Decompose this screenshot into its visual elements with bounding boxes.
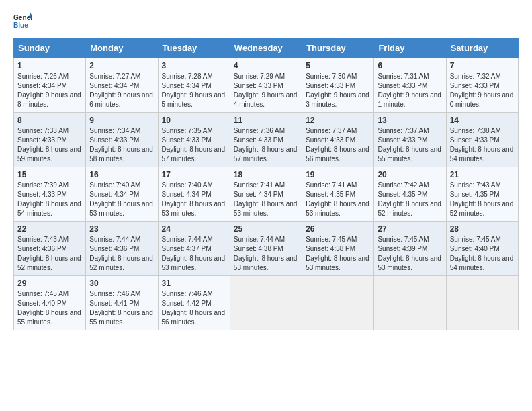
day-info: Sunrise: 7:32 AMSunset: 4:33 PMDaylight:…: [450, 73, 514, 108]
day-number: 6: [378, 61, 442, 71]
day-number: 12: [306, 116, 370, 125]
day-cell: [374, 276, 446, 330]
day-info: Sunrise: 7:30 AMSunset: 4:33 PMDaylight:…: [306, 73, 369, 108]
day-number: 10: [162, 116, 226, 125]
day-info: Sunrise: 7:45 AMSunset: 4:40 PMDaylight:…: [17, 290, 81, 326]
day-info: Sunrise: 7:44 AMSunset: 4:37 PMDaylight:…: [162, 236, 226, 271]
day-cell: 31 Sunrise: 7:46 AMSunset: 4:42 PMDaylig…: [158, 276, 230, 330]
day-cell: 29 Sunrise: 7:45 AMSunset: 4:40 PMDaylig…: [14, 276, 86, 330]
day-info: Sunrise: 7:42 AMSunset: 4:35 PMDaylight:…: [378, 181, 441, 217]
day-cell: 28 Sunrise: 7:45 AMSunset: 4:40 PMDaylig…: [446, 222, 518, 276]
day-info: Sunrise: 7:40 AMSunset: 4:34 PMDaylight:…: [89, 181, 153, 217]
day-info: Sunrise: 7:28 AMSunset: 4:34 PMDaylight:…: [162, 73, 226, 108]
week-row-5: 29 Sunrise: 7:45 AMSunset: 4:40 PMDaylig…: [14, 276, 519, 330]
day-number: 29: [17, 279, 82, 288]
day-info: Sunrise: 7:35 AMSunset: 4:33 PMDaylight:…: [162, 127, 226, 163]
day-number: 2: [89, 61, 154, 71]
day-cell: 12 Sunrise: 7:37 AMSunset: 4:33 PMDaylig…: [302, 113, 374, 167]
day-info: Sunrise: 7:43 AMSunset: 4:36 PMDaylight:…: [17, 236, 81, 271]
column-header-sunday: Sunday: [14, 38, 86, 58]
day-cell: 2 Sunrise: 7:27 AMSunset: 4:34 PMDayligh…: [86, 58, 158, 113]
column-header-tuesday: Tuesday: [158, 38, 230, 58]
day-number: 8: [17, 116, 82, 125]
day-cell: 6 Sunrise: 7:31 AMSunset: 4:33 PMDayligh…: [374, 58, 446, 113]
day-cell: 13 Sunrise: 7:37 AMSunset: 4:33 PMDaylig…: [374, 113, 446, 167]
day-cell: 26 Sunrise: 7:45 AMSunset: 4:38 PMDaylig…: [302, 222, 374, 276]
day-cell: 8 Sunrise: 7:33 AMSunset: 4:33 PMDayligh…: [14, 113, 86, 167]
day-info: Sunrise: 7:45 AMSunset: 4:38 PMDaylight:…: [306, 236, 369, 271]
header: General Blue: [13, 12, 519, 31]
day-number: 27: [378, 224, 442, 234]
day-cell: 15 Sunrise: 7:39 AMSunset: 4:33 PMDaylig…: [14, 167, 86, 222]
day-cell: 16 Sunrise: 7:40 AMSunset: 4:34 PMDaylig…: [86, 167, 158, 222]
day-info: Sunrise: 7:46 AMSunset: 4:42 PMDaylight:…: [162, 290, 226, 326]
day-info: Sunrise: 7:41 AMSunset: 4:34 PMDaylight:…: [234, 181, 298, 217]
day-cell: 14 Sunrise: 7:38 AMSunset: 4:33 PMDaylig…: [446, 113, 518, 167]
day-cell: 10 Sunrise: 7:35 AMSunset: 4:33 PMDaylig…: [158, 113, 230, 167]
week-row-1: 1 Sunrise: 7:26 AMSunset: 4:34 PMDayligh…: [14, 58, 519, 113]
day-info: Sunrise: 7:45 AMSunset: 4:39 PMDaylight:…: [378, 236, 441, 271]
day-cell: 25 Sunrise: 7:44 AMSunset: 4:38 PMDaylig…: [230, 222, 302, 276]
day-number: 14: [450, 116, 515, 125]
column-header-wednesday: Wednesday: [230, 38, 302, 58]
day-info: Sunrise: 7:45 AMSunset: 4:40 PMDaylight:…: [450, 236, 514, 271]
column-headers: SundayMondayTuesdayWednesdayThursdayFrid…: [14, 38, 519, 58]
week-row-3: 15 Sunrise: 7:39 AMSunset: 4:33 PMDaylig…: [14, 167, 519, 222]
day-number: 4: [234, 61, 298, 71]
day-info: Sunrise: 7:33 AMSunset: 4:33 PMDaylight:…: [17, 127, 81, 163]
day-number: 31: [162, 279, 226, 288]
day-info: Sunrise: 7:46 AMSunset: 4:41 PMDaylight:…: [89, 290, 153, 326]
day-cell: 22 Sunrise: 7:43 AMSunset: 4:36 PMDaylig…: [14, 222, 86, 276]
day-number: 11: [234, 116, 298, 125]
day-cell: 9 Sunrise: 7:34 AMSunset: 4:33 PMDayligh…: [86, 113, 158, 167]
day-info: Sunrise: 7:41 AMSunset: 4:35 PMDaylight:…: [306, 181, 369, 217]
day-info: Sunrise: 7:31 AMSunset: 4:33 PMDaylight:…: [378, 73, 441, 108]
column-header-saturday: Saturday: [446, 38, 518, 58]
day-number: 5: [306, 61, 370, 71]
logo: General Blue: [13, 12, 35, 31]
day-info: Sunrise: 7:38 AMSunset: 4:33 PMDaylight:…: [450, 127, 514, 163]
column-header-monday: Monday: [86, 38, 158, 58]
column-header-thursday: Thursday: [302, 38, 374, 58]
day-number: 9: [89, 116, 154, 125]
day-cell: 11 Sunrise: 7:36 AMSunset: 4:33 PMDaylig…: [230, 113, 302, 167]
day-cell: [302, 276, 374, 330]
day-number: 17: [162, 170, 226, 179]
day-info: Sunrise: 7:26 AMSunset: 4:34 PMDaylight:…: [17, 73, 81, 108]
day-number: 28: [450, 224, 515, 234]
day-number: 25: [234, 224, 298, 234]
day-cell: 18 Sunrise: 7:41 AMSunset: 4:34 PMDaylig…: [230, 167, 302, 222]
day-number: 20: [378, 170, 442, 179]
day-info: Sunrise: 7:44 AMSunset: 4:38 PMDaylight:…: [234, 236, 298, 271]
day-cell: 21 Sunrise: 7:43 AMSunset: 4:35 PMDaylig…: [446, 167, 518, 222]
day-number: 30: [89, 279, 154, 288]
day-number: 13: [378, 116, 442, 125]
page: General Blue SundayMondayTuesdayWednesda…: [0, 0, 532, 337]
day-info: Sunrise: 7:39 AMSunset: 4:33 PMDaylight:…: [17, 181, 81, 217]
svg-text:Blue: Blue: [13, 21, 28, 29]
day-number: 26: [306, 224, 370, 234]
week-row-2: 8 Sunrise: 7:33 AMSunset: 4:33 PMDayligh…: [14, 113, 519, 167]
day-info: Sunrise: 7:40 AMSunset: 4:34 PMDaylight:…: [162, 181, 226, 217]
day-cell: 27 Sunrise: 7:45 AMSunset: 4:39 PMDaylig…: [374, 222, 446, 276]
week-row-4: 22 Sunrise: 7:43 AMSunset: 4:36 PMDaylig…: [14, 222, 519, 276]
day-info: Sunrise: 7:36 AMSunset: 4:33 PMDaylight:…: [234, 127, 298, 163]
day-info: Sunrise: 7:43 AMSunset: 4:35 PMDaylight:…: [450, 181, 514, 217]
day-cell: 20 Sunrise: 7:42 AMSunset: 4:35 PMDaylig…: [374, 167, 446, 222]
logo-icon: General Blue: [13, 12, 32, 31]
day-info: Sunrise: 7:44 AMSunset: 4:36 PMDaylight:…: [89, 236, 153, 271]
day-number: 24: [162, 224, 226, 234]
day-number: 3: [162, 61, 226, 71]
day-info: Sunrise: 7:27 AMSunset: 4:34 PMDaylight:…: [89, 73, 153, 108]
calendar-table: SundayMondayTuesdayWednesdayThursdayFrid…: [13, 38, 519, 330]
day-cell: [446, 276, 518, 330]
day-number: 16: [89, 170, 154, 179]
day-cell: 5 Sunrise: 7:30 AMSunset: 4:33 PMDayligh…: [302, 58, 374, 113]
day-number: 21: [450, 170, 515, 179]
day-cell: 7 Sunrise: 7:32 AMSunset: 4:33 PMDayligh…: [446, 58, 518, 113]
day-info: Sunrise: 7:37 AMSunset: 4:33 PMDaylight:…: [378, 127, 441, 163]
day-info: Sunrise: 7:37 AMSunset: 4:33 PMDaylight:…: [306, 127, 369, 163]
day-cell: 4 Sunrise: 7:29 AMSunset: 4:33 PMDayligh…: [230, 58, 302, 113]
day-number: 7: [450, 61, 515, 71]
day-cell: 19 Sunrise: 7:41 AMSunset: 4:35 PMDaylig…: [302, 167, 374, 222]
